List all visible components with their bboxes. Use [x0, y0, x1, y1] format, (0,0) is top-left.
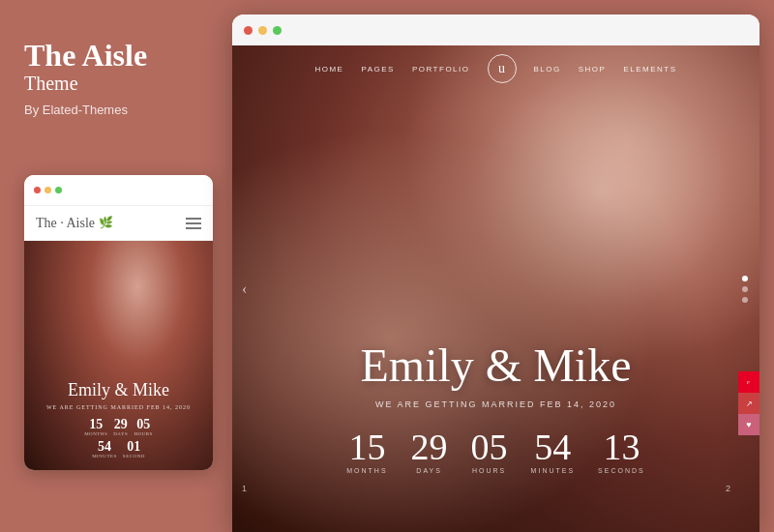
desktop-count-seconds-num: 13 [598, 429, 645, 465]
desktop-slide-dot-1[interactable] [742, 276, 748, 281]
theme-subtitle: Theme [24, 73, 208, 95]
desktop-logo-letter: u [498, 61, 505, 76]
mobile-countdown-row2: 54 MINUTES 01 SECOND [24, 440, 213, 458]
mobile-count-months: 15 MONTHS [84, 418, 107, 436]
mobile-top-bar [24, 175, 213, 206]
desktop-countdown: 15 MONTHS 29 DAYS 05 HOURS 54 MINUTES 13 [232, 429, 759, 474]
mobile-window-dots [34, 187, 62, 193]
mobile-count-seconds-num: 01 [123, 440, 145, 454]
desktop-count-months-num: 15 [346, 429, 387, 465]
heart-button[interactable]: ♥ [738, 414, 759, 435]
pinterest-button[interactable]: P [738, 371, 759, 393]
desktop-nav-shop[interactable]: SHOP [579, 65, 607, 74]
desktop-navigation: HOME PAGES PORTFOLIO u BLOG SHOP ELEMENT… [232, 45, 759, 92]
mobile-count-days: 29 DAYS [113, 418, 128, 436]
mobile-count-hours-num: 05 [134, 418, 152, 431]
desktop-count-hours-label: HOURS [471, 467, 508, 474]
desktop-count-seconds: 13 SECONDS [598, 429, 645, 474]
theme-title: The Aisle [24, 39, 208, 73]
desktop-slide-dot-3[interactable] [742, 297, 748, 303]
desktop-count-minutes-num: 54 [531, 429, 576, 465]
desktop-prev-arrow[interactable]: ‹ [242, 281, 247, 298]
desktop-dot-green [273, 26, 282, 35]
left-panel: The Aisle Theme By Elated-Themes The · A… [0, 0, 232, 532]
desktop-tagline: WE ARE GETTING MARRIED FEB 14, 2020 [232, 399, 759, 409]
desktop-hero: HOME PAGES PORTFOLIO u BLOG SHOP ELEMENT… [232, 45, 759, 532]
mobile-countdown-row1: 15 MONTHS 29 DAYS 05 HOURS [24, 418, 213, 436]
mobile-count-minutes-label: MINUTES [92, 454, 117, 458]
mobile-count-seconds: 01 SECOND [123, 440, 145, 458]
desktop-nav-pages[interactable]: PAGES [361, 65, 394, 74]
mobile-nav-bar: The · Aisle 🌿 [24, 206, 213, 241]
mobile-hero-content: Emily & Mike WE ARE GETTING MARRIED FEB … [24, 380, 213, 458]
desktop-couple-name: Emily & Mike [232, 339, 759, 392]
mobile-count-hours: 05 HOURS [134, 418, 152, 436]
mobile-couple-name: Emily & Mike [24, 380, 213, 400]
mobile-tagline: WE ARE GETTING MARRIED FEB 14, 2020 [24, 404, 213, 410]
desktop-nav-portfolio[interactable]: PORTFOLIO [412, 65, 470, 74]
desktop-count-minutes-label: MINUTES [531, 467, 576, 474]
desktop-hero-content: Emily & Mike WE ARE GETTING MARRIED FEB … [232, 339, 759, 474]
desktop-page-num-left: 1 [242, 484, 247, 493]
desktop-nav-home[interactable]: HOME [314, 65, 343, 74]
desktop-page-num-right: 2 [726, 484, 730, 493]
desktop-count-months-label: MONTHS [346, 467, 387, 474]
mobile-count-hours-label: HOURS [134, 431, 152, 436]
desktop-count-days: 29 DAYS [411, 429, 448, 474]
mobile-leaf-icon: 🌿 [99, 216, 113, 230]
desktop-count-seconds-label: SECONDS [598, 467, 645, 474]
mobile-hamburger-icon[interactable] [186, 218, 201, 229]
desktop-float-buttons: P ↗ ♥ [738, 371, 759, 435]
desktop-count-months: 15 MONTHS [346, 429, 387, 474]
desktop-count-hours: 05 HOURS [471, 429, 508, 474]
mobile-hero: Emily & Mike WE ARE GETTING MARRIED FEB … [24, 241, 213, 470]
desktop-dot-yellow [258, 26, 267, 35]
desktop-nav-items: HOME PAGES PORTFOLIO u BLOG SHOP ELEMENT… [314, 54, 676, 83]
desktop-count-days-num: 29 [411, 429, 448, 465]
mobile-mockup: The · Aisle 🌿 Emily & Mike WE ARE GETTIN… [24, 175, 213, 470]
mobile-count-minutes: 54 MINUTES [92, 440, 117, 458]
mobile-count-months-label: MONTHS [84, 431, 107, 436]
desktop-count-hours-num: 05 [471, 429, 508, 465]
desktop-mockup: HOME PAGES PORTFOLIO u BLOG SHOP ELEMENT… [232, 15, 759, 532]
theme-byline: By Elated-Themes [24, 103, 208, 117]
desktop-slide-dots [742, 276, 748, 303]
desktop-slide-dot-2[interactable] [742, 286, 748, 292]
mobile-logo: The · Aisle 🌿 [36, 216, 113, 231]
desktop-count-days-label: DAYS [411, 467, 448, 474]
desktop-nav-elements[interactable]: ELEMENTS [623, 65, 676, 74]
mobile-count-minutes-num: 54 [92, 440, 117, 454]
mobile-dot-red [34, 187, 41, 193]
mobile-dot-green [55, 187, 62, 193]
mobile-count-months-num: 15 [84, 418, 107, 431]
mobile-count-seconds-label: SECOND [123, 454, 145, 458]
mobile-dot-yellow [45, 187, 51, 193]
svg-text:P: P [747, 380, 750, 385]
desktop-count-minutes: 54 MINUTES [531, 429, 576, 474]
desktop-top-bar [232, 15, 759, 45]
desktop-nav-logo[interactable]: u [488, 54, 517, 83]
mobile-count-days-num: 29 [113, 418, 128, 431]
desktop-dot-red [244, 26, 253, 35]
mobile-count-days-label: DAYS [113, 431, 128, 436]
desktop-nav-blog[interactable]: BLOG [534, 65, 561, 74]
share-button[interactable]: ↗ [738, 393, 759, 414]
